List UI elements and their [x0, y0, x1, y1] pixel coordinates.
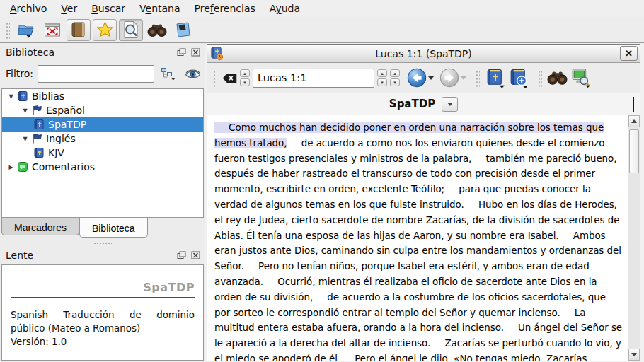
step-up-button[interactable]: ▲ — [240, 69, 250, 77]
bible-book-icon — [70, 21, 87, 38]
scrollbar-thumb[interactable] — [629, 129, 639, 173]
lente-description: Spanish Traducción de dominio público (M… — [11, 309, 195, 336]
display-options-button[interactable] — [485, 68, 505, 88]
menu-ventana[interactable]: Ventana — [132, 1, 188, 16]
expander-open-icon[interactable]: ▼ — [19, 107, 31, 114]
menu-buscar[interactable]: Buscar — [84, 1, 132, 16]
scroll-up-button[interactable] — [628, 115, 640, 127]
tree-options-button[interactable] — [159, 64, 178, 83]
sidebar: Biblioteca Filtro: — [0, 43, 205, 362]
bible-display-icon — [485, 68, 505, 88]
tree-options-icon — [161, 67, 177, 81]
tree-item-kjv[interactable]: KJV — [2, 146, 203, 160]
reader-toolbar: ▲ ▼ ▲ ▼ ▲ ▼ — [207, 63, 640, 93]
search-button[interactable] — [145, 19, 169, 41]
open-work-icon — [17, 22, 35, 38]
reader-titlebar[interactable]: Lucas 1:1 (SpaTDP) ✕ — [207, 45, 640, 63]
biblioteca-close-button[interactable] — [190, 47, 201, 58]
filter-row: Filtro: — [0, 62, 205, 88]
expander-open-icon[interactable]: ▼ — [19, 136, 31, 142]
reader-window: Lucas 1:1 (SpaTDP) ✕ ▲ ▼ — [207, 44, 640, 361]
mdi-area: Lucas 1:1 (SpaTDP) ✕ ▲ ▼ — [205, 43, 644, 362]
history-back-button[interactable] — [407, 68, 427, 88]
filter-input[interactable] — [38, 65, 154, 83]
lente-close-button[interactable] — [190, 250, 201, 261]
expander-open-icon[interactable]: ▼ — [5, 93, 17, 100]
add-module-button[interactable] — [508, 68, 529, 88]
open-work-button[interactable] — [14, 19, 38, 41]
chevron-down-icon — [447, 103, 453, 109]
reader-window-title: Lucas 1:1 (SpaTDP) — [207, 48, 640, 59]
close-icon — [191, 251, 200, 259]
search-binoculars-icon — [147, 23, 167, 37]
backspace-icon — [222, 73, 237, 83]
module-dropdown-button[interactable] — [442, 97, 458, 112]
tree-item-espanol[interactable]: ▼ Español — [2, 103, 203, 117]
header-resize-handle[interactable] — [633, 97, 634, 112]
step-up-button[interactable]: ▲ — [377, 69, 387, 77]
step-down-button[interactable]: ▼ — [240, 78, 250, 86]
float-icon — [177, 251, 186, 259]
menu-ver[interactable]: Ver — [54, 1, 84, 16]
lente-float-button[interactable] — [176, 250, 187, 261]
tree-label: Biblias — [32, 90, 64, 102]
bible-text-area: Como muchos han decidido poner en orden … — [207, 115, 640, 361]
step-down-button[interactable]: ▼ — [390, 78, 400, 86]
filter-label: Filtro: — [6, 68, 33, 79]
tree-item-biblias[interactable]: ▼ Biblias — [2, 89, 203, 103]
menu-archivo[interactable]: Archivo — [3, 1, 54, 16]
menubar: Archivo Ver Buscar Ventana Preferencias … — [0, 0, 644, 17]
application-window: Archivo Ver Buscar Ventana Preferencias … — [0, 0, 644, 362]
module-tree: ▼ Biblias ▼ Español — [1, 88, 204, 218]
show-mag-button[interactable] — [119, 19, 143, 41]
triangle-down-icon — [631, 353, 637, 359]
fullscreen-button[interactable] — [40, 19, 64, 41]
verse-container[interactable]: Como muchos han decidido poner en orden … — [207, 115, 628, 361]
tab-biblioteca[interactable]: Biblioteca — [79, 218, 148, 238]
tab-marcadores[interactable]: Marcadores — [1, 218, 79, 235]
clear-reference-button[interactable] — [222, 73, 237, 83]
bible-add-icon — [508, 68, 529, 88]
biblioteca-float-button[interactable] — [176, 47, 187, 58]
module-about-button[interactable] — [171, 19, 195, 41]
reader-toolbar-separator[interactable] — [537, 69, 542, 87]
module-header-label: SpaTDP — [389, 98, 435, 110]
show-hide-button[interactable] — [183, 64, 202, 83]
tree-item-comentarios[interactable]: ▶ Comentarios — [2, 160, 203, 174]
show-bible-keys-button[interactable] — [67, 19, 91, 41]
bookmarks-star-icon — [96, 21, 114, 38]
back-arrow-icon — [407, 68, 427, 88]
menu-preferencias[interactable]: Preferencias — [188, 1, 263, 16]
search-in-module-button[interactable] — [547, 70, 568, 86]
step-up-button[interactable]: ▲ — [390, 69, 400, 77]
scroll-down-button[interactable] — [628, 349, 640, 361]
expander-closed-icon[interactable]: ▶ — [5, 164, 17, 170]
reference-input[interactable] — [253, 69, 374, 88]
tree-label: Comentarios — [32, 161, 95, 173]
biblioteca-dock-header: Biblioteca — [0, 43, 205, 62]
tree-label: SpaTDP — [48, 119, 86, 130]
eye-icon — [185, 69, 201, 79]
menu-ayuda[interactable]: Ayuda — [263, 1, 307, 16]
forward-history-dropdown — [461, 76, 466, 83]
flag-icon — [31, 105, 42, 116]
step-down-button[interactable]: ▼ — [377, 78, 387, 86]
scope-search-button[interactable] — [570, 68, 591, 88]
show-bookmarks-button[interactable] — [93, 19, 117, 41]
panel-splitter[interactable] — [0, 240, 205, 246]
back-history-dropdown[interactable] — [428, 76, 434, 83]
flag-icon — [31, 133, 42, 144]
tree-label: Inglés — [46, 133, 76, 144]
commentary-icon — [17, 161, 28, 173]
tree-item-spatdp[interactable]: SpaTDP — [2, 117, 203, 132]
reader-toolbar-handle[interactable] — [212, 69, 217, 87]
triangle-up-icon — [631, 117, 637, 123]
lente-module-name: SpaTDP — [11, 281, 195, 298]
tree-label: KJV — [48, 147, 64, 158]
toolbar-drag-handle[interactable] — [5, 21, 10, 39]
tree-item-ingles[interactable]: ▼ Inglés — [2, 132, 203, 146]
reader-toolbar-separator[interactable] — [475, 69, 480, 87]
reader-close-button[interactable]: ✕ — [620, 46, 638, 61]
vertical-scrollbar — [628, 115, 640, 361]
history-forward-button[interactable] — [439, 68, 459, 88]
